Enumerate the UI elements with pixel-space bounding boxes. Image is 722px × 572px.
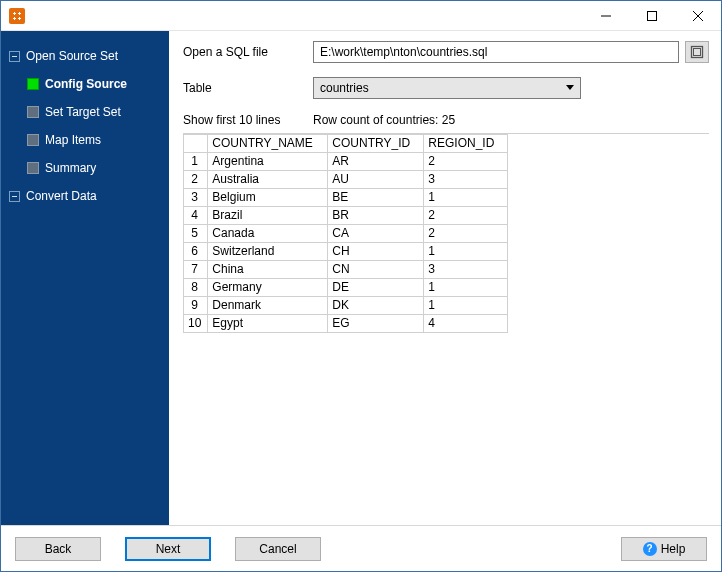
minimize-button[interactable] — [583, 1, 629, 31]
column-header[interactable]: COUNTRY_NAME — [208, 135, 328, 153]
row-number[interactable]: 6 — [184, 243, 208, 261]
folder-open-icon — [690, 45, 704, 59]
sql-file-input[interactable] — [313, 41, 679, 63]
row-number[interactable]: 1 — [184, 153, 208, 171]
cell[interactable]: Canada — [208, 225, 328, 243]
step-marker-icon — [27, 78, 39, 90]
cell[interactable]: BE — [328, 189, 424, 207]
sidebar-item-label: Convert Data — [26, 189, 97, 203]
column-header[interactable]: REGION_ID — [424, 135, 508, 153]
cell[interactable]: Switzerland — [208, 243, 328, 261]
table-select[interactable]: countries — [313, 77, 581, 99]
cell[interactable]: DK — [328, 297, 424, 315]
table-row[interactable]: 7ChinaCN3 — [184, 261, 508, 279]
row-number[interactable]: 5 — [184, 225, 208, 243]
sidebar-item-label: Config Source — [45, 77, 127, 91]
table-row[interactable]: 5CanadaCA2 — [184, 225, 508, 243]
svg-rect-5 — [694, 49, 701, 56]
maximize-button[interactable] — [629, 1, 675, 31]
sidebar-item-label: Open Source Set — [26, 49, 118, 63]
cell[interactable]: 3 — [424, 171, 508, 189]
table-row[interactable]: 8GermanyDE1 — [184, 279, 508, 297]
cell[interactable]: 2 — [424, 153, 508, 171]
chevron-down-icon — [566, 85, 574, 90]
cell[interactable]: Brazil — [208, 207, 328, 225]
titlebar — [1, 1, 721, 31]
tree-expander-icon[interactable] — [9, 51, 20, 62]
table-row[interactable]: 3BelgiumBE1 — [184, 189, 508, 207]
open-file-label: Open a SQL file — [183, 45, 313, 59]
cell[interactable]: AR — [328, 153, 424, 171]
sidebar-item-label: Set Target Set — [45, 105, 121, 119]
row-number[interactable]: 9 — [184, 297, 208, 315]
help-button-label: Help — [661, 542, 686, 556]
sidebar-item-open-source-set[interactable]: Open Source Set — [1, 45, 169, 67]
table-row[interactable]: 6SwitzerlandCH1 — [184, 243, 508, 261]
cell[interactable]: CA — [328, 225, 424, 243]
help-icon: ? — [643, 542, 657, 556]
cell[interactable]: 2 — [424, 207, 508, 225]
help-button[interactable]: ? Help — [621, 537, 707, 561]
cell[interactable]: Argentina — [208, 153, 328, 171]
cell[interactable]: AU — [328, 171, 424, 189]
cell[interactable]: DE — [328, 279, 424, 297]
cell[interactable]: CH — [328, 243, 424, 261]
browse-button[interactable] — [685, 41, 709, 63]
back-button[interactable]: Back — [15, 537, 101, 561]
preview-grid[interactable]: COUNTRY_NAME COUNTRY_ID REGION_ID 1Argen… — [183, 133, 709, 517]
step-marker-icon — [27, 162, 39, 174]
sidebar-item-config-source[interactable]: Config Source — [1, 73, 169, 95]
cell[interactable]: China — [208, 261, 328, 279]
sidebar-item-map-items[interactable]: Map Items — [1, 129, 169, 151]
table-row[interactable]: 2AustraliaAU3 — [184, 171, 508, 189]
sidebar-item-summary[interactable]: Summary — [1, 157, 169, 179]
step-marker-icon — [27, 106, 39, 118]
cell[interactable]: CN — [328, 261, 424, 279]
row-number[interactable]: 8 — [184, 279, 208, 297]
show-lines-label: Show first 10 lines — [183, 113, 313, 127]
sidebar-item-label: Map Items — [45, 133, 101, 147]
cell[interactable]: 1 — [424, 189, 508, 207]
table-row[interactable]: 9DenmarkDK1 — [184, 297, 508, 315]
wizard-footer: Back Next Cancel ? Help — [1, 525, 721, 571]
table-row[interactable]: 1ArgentinaAR2 — [184, 153, 508, 171]
cell[interactable]: 1 — [424, 279, 508, 297]
sidebar-item-set-target-set[interactable]: Set Target Set — [1, 101, 169, 123]
app-icon — [9, 8, 25, 24]
table-row[interactable]: 10EgyptEG4 — [184, 315, 508, 333]
svg-rect-1 — [648, 11, 657, 20]
grid-corner[interactable] — [184, 135, 208, 153]
table-row[interactable]: 4BrazilBR2 — [184, 207, 508, 225]
wizard-sidebar: Open Source Set Config Source Set Target… — [1, 31, 169, 525]
step-marker-icon — [27, 134, 39, 146]
cell[interactable]: 2 — [424, 225, 508, 243]
app-window: Open Source Set Config Source Set Target… — [0, 0, 722, 572]
cell[interactable]: Egypt — [208, 315, 328, 333]
cell[interactable]: EG — [328, 315, 424, 333]
cell[interactable]: Belgium — [208, 189, 328, 207]
row-number[interactable]: 7 — [184, 261, 208, 279]
cell[interactable]: 1 — [424, 243, 508, 261]
cell[interactable]: 3 — [424, 261, 508, 279]
cell[interactable]: 1 — [424, 297, 508, 315]
row-number[interactable]: 3 — [184, 189, 208, 207]
next-button[interactable]: Next — [125, 537, 211, 561]
cell[interactable]: Germany — [208, 279, 328, 297]
column-header[interactable]: COUNTRY_ID — [328, 135, 424, 153]
tree-expander-icon[interactable] — [9, 191, 20, 202]
sidebar-item-label: Summary — [45, 161, 96, 175]
close-button[interactable] — [675, 1, 721, 31]
cell[interactable]: 4 — [424, 315, 508, 333]
cell[interactable]: Australia — [208, 171, 328, 189]
main-panel: Open a SQL file Table countries Show fir — [169, 31, 721, 525]
cancel-button[interactable]: Cancel — [235, 537, 321, 561]
sidebar-item-convert-data[interactable]: Convert Data — [1, 185, 169, 207]
table-select-value: countries — [320, 81, 369, 95]
cell[interactable]: Denmark — [208, 297, 328, 315]
table-label: Table — [183, 81, 313, 95]
cell[interactable]: BR — [328, 207, 424, 225]
row-number[interactable]: 10 — [184, 315, 208, 333]
row-number[interactable]: 4 — [184, 207, 208, 225]
row-number[interactable]: 2 — [184, 171, 208, 189]
row-count-label: Row count of countries: 25 — [313, 113, 455, 127]
